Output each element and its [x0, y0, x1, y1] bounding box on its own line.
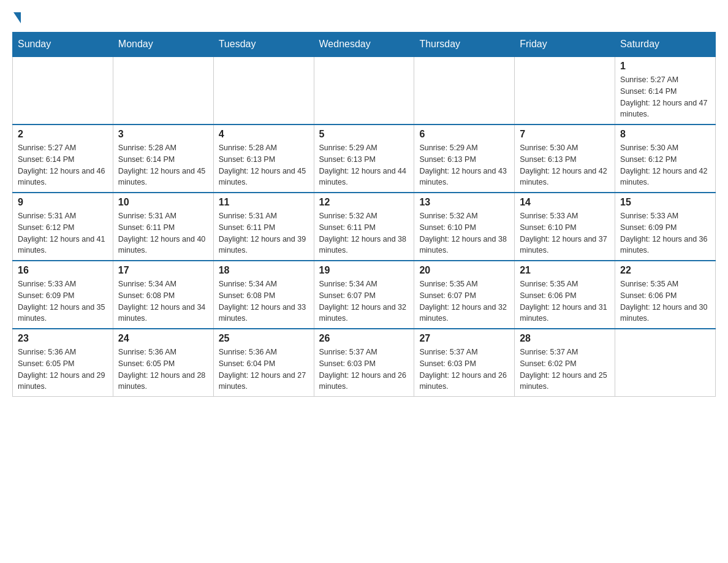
calendar-cell: 1Sunrise: 5:27 AMSunset: 6:14 PMDaylight… — [615, 56, 716, 124]
calendar-body: 1Sunrise: 5:27 AMSunset: 6:14 PMDaylight… — [13, 56, 716, 397]
calendar-cell — [13, 56, 113, 124]
weekday-header-saturday: Saturday — [615, 33, 716, 57]
day-number: 10 — [118, 197, 208, 208]
day-number: 5 — [319, 129, 409, 140]
calendar-cell: 24Sunrise: 5:36 AMSunset: 6:05 PMDayligh… — [113, 329, 213, 397]
day-number: 26 — [319, 333, 409, 344]
calendar-cell: 7Sunrise: 5:30 AMSunset: 6:13 PMDaylight… — [515, 124, 615, 193]
day-number: 9 — [18, 197, 108, 208]
calendar-cell: 14Sunrise: 5:33 AMSunset: 6:10 PMDayligh… — [515, 193, 615, 261]
page-header — [12, 12, 716, 22]
day-info: Sunrise: 5:30 AMSunset: 6:12 PMDaylight:… — [620, 142, 710, 188]
calendar-cell: 17Sunrise: 5:34 AMSunset: 6:08 PMDayligh… — [113, 261, 213, 329]
calendar-cell: 15Sunrise: 5:33 AMSunset: 6:09 PMDayligh… — [615, 193, 716, 261]
calendar-cell: 21Sunrise: 5:35 AMSunset: 6:06 PMDayligh… — [515, 261, 615, 329]
calendar-cell: 6Sunrise: 5:29 AMSunset: 6:13 PMDaylight… — [414, 124, 515, 193]
day-number: 8 — [620, 129, 710, 140]
day-info: Sunrise: 5:31 AMSunset: 6:12 PMDaylight:… — [18, 210, 108, 256]
calendar-cell: 8Sunrise: 5:30 AMSunset: 6:12 PMDaylight… — [615, 124, 716, 193]
day-info: Sunrise: 5:33 AMSunset: 6:10 PMDaylight:… — [520, 210, 610, 256]
calendar-cell: 10Sunrise: 5:31 AMSunset: 6:11 PMDayligh… — [113, 193, 213, 261]
logo-arrow-icon — [13, 12, 21, 23]
day-info: Sunrise: 5:34 AMSunset: 6:08 PMDaylight:… — [118, 278, 208, 324]
weekday-header-thursday: Thursday — [414, 33, 515, 57]
weekday-header-row: SundayMondayTuesdayWednesdayThursdayFrid… — [13, 33, 716, 57]
calendar-cell: 25Sunrise: 5:36 AMSunset: 6:04 PMDayligh… — [213, 329, 314, 397]
calendar-table: SundayMondayTuesdayWednesdayThursdayFrid… — [12, 32, 716, 397]
day-info: Sunrise: 5:37 AMSunset: 6:03 PMDaylight:… — [319, 347, 409, 393]
calendar-cell — [515, 56, 615, 124]
day-number: 6 — [419, 129, 509, 140]
day-info: Sunrise: 5:35 AMSunset: 6:06 PMDaylight:… — [520, 278, 610, 324]
day-number: 3 — [118, 129, 208, 140]
logo — [12, 12, 28, 22]
calendar-header: SundayMondayTuesdayWednesdayThursdayFrid… — [13, 33, 716, 57]
day-number: 12 — [319, 197, 409, 208]
day-number: 1 — [620, 61, 710, 72]
calendar-cell — [414, 56, 515, 124]
calendar-week-row: 9Sunrise: 5:31 AMSunset: 6:12 PMDaylight… — [13, 193, 716, 261]
weekday-header-sunday: Sunday — [13, 33, 113, 57]
day-info: Sunrise: 5:32 AMSunset: 6:10 PMDaylight:… — [419, 210, 509, 256]
day-info: Sunrise: 5:28 AMSunset: 6:13 PMDaylight:… — [219, 142, 309, 188]
calendar-cell: 19Sunrise: 5:34 AMSunset: 6:07 PMDayligh… — [314, 261, 414, 329]
day-info: Sunrise: 5:27 AMSunset: 6:14 PMDaylight:… — [620, 74, 710, 120]
day-number: 16 — [18, 265, 108, 276]
day-info: Sunrise: 5:36 AMSunset: 6:04 PMDaylight:… — [219, 347, 309, 393]
day-info: Sunrise: 5:33 AMSunset: 6:09 PMDaylight:… — [18, 278, 108, 324]
day-info: Sunrise: 5:31 AMSunset: 6:11 PMDaylight:… — [118, 210, 208, 256]
calendar-week-row: 23Sunrise: 5:36 AMSunset: 6:05 PMDayligh… — [13, 329, 716, 397]
day-number: 13 — [419, 197, 509, 208]
day-info: Sunrise: 5:36 AMSunset: 6:05 PMDaylight:… — [18, 347, 108, 393]
calendar-cell: 12Sunrise: 5:32 AMSunset: 6:11 PMDayligh… — [314, 193, 414, 261]
day-info: Sunrise: 5:35 AMSunset: 6:06 PMDaylight:… — [620, 278, 710, 324]
calendar-cell — [113, 56, 213, 124]
day-info: Sunrise: 5:29 AMSunset: 6:13 PMDaylight:… — [319, 142, 409, 188]
day-number: 23 — [18, 333, 108, 344]
day-number: 18 — [219, 265, 309, 276]
day-number: 17 — [118, 265, 208, 276]
day-number: 11 — [219, 197, 309, 208]
weekday-header-monday: Monday — [113, 33, 213, 57]
calendar-cell: 5Sunrise: 5:29 AMSunset: 6:13 PMDaylight… — [314, 124, 414, 193]
day-info: Sunrise: 5:28 AMSunset: 6:14 PMDaylight:… — [118, 142, 208, 188]
weekday-header-wednesday: Wednesday — [314, 33, 414, 57]
calendar-cell: 18Sunrise: 5:34 AMSunset: 6:08 PMDayligh… — [213, 261, 314, 329]
day-number: 15 — [620, 197, 710, 208]
day-number: 14 — [520, 197, 610, 208]
calendar-cell: 16Sunrise: 5:33 AMSunset: 6:09 PMDayligh… — [13, 261, 113, 329]
calendar-cell: 27Sunrise: 5:37 AMSunset: 6:03 PMDayligh… — [414, 329, 515, 397]
calendar-cell — [314, 56, 414, 124]
day-info: Sunrise: 5:36 AMSunset: 6:05 PMDaylight:… — [118, 347, 208, 393]
day-number: 27 — [419, 333, 509, 344]
calendar-cell: 13Sunrise: 5:32 AMSunset: 6:10 PMDayligh… — [414, 193, 515, 261]
calendar-cell: 4Sunrise: 5:28 AMSunset: 6:13 PMDaylight… — [213, 124, 314, 193]
day-number: 20 — [419, 265, 509, 276]
day-info: Sunrise: 5:30 AMSunset: 6:13 PMDaylight:… — [520, 142, 610, 188]
calendar-cell: 22Sunrise: 5:35 AMSunset: 6:06 PMDayligh… — [615, 261, 716, 329]
day-info: Sunrise: 5:32 AMSunset: 6:11 PMDaylight:… — [319, 210, 409, 256]
day-number: 4 — [219, 129, 309, 140]
day-number: 22 — [620, 265, 710, 276]
calendar-cell: 26Sunrise: 5:37 AMSunset: 6:03 PMDayligh… — [314, 329, 414, 397]
day-number: 24 — [118, 333, 208, 344]
day-info: Sunrise: 5:37 AMSunset: 6:03 PMDaylight:… — [419, 347, 509, 393]
calendar-cell — [615, 329, 716, 397]
calendar-cell: 3Sunrise: 5:28 AMSunset: 6:14 PMDaylight… — [113, 124, 213, 193]
day-number: 25 — [219, 333, 309, 344]
calendar-cell: 20Sunrise: 5:35 AMSunset: 6:07 PMDayligh… — [414, 261, 515, 329]
calendar-cell: 23Sunrise: 5:36 AMSunset: 6:05 PMDayligh… — [13, 329, 113, 397]
day-info: Sunrise: 5:31 AMSunset: 6:11 PMDaylight:… — [219, 210, 309, 256]
calendar-cell: 9Sunrise: 5:31 AMSunset: 6:12 PMDaylight… — [13, 193, 113, 261]
day-info: Sunrise: 5:34 AMSunset: 6:08 PMDaylight:… — [219, 278, 309, 324]
day-number: 2 — [18, 129, 108, 140]
day-info: Sunrise: 5:29 AMSunset: 6:13 PMDaylight:… — [419, 142, 509, 188]
day-info: Sunrise: 5:37 AMSunset: 6:02 PMDaylight:… — [520, 347, 610, 393]
calendar-week-row: 16Sunrise: 5:33 AMSunset: 6:09 PMDayligh… — [13, 261, 716, 329]
calendar-week-row: 1Sunrise: 5:27 AMSunset: 6:14 PMDaylight… — [13, 56, 716, 124]
weekday-header-tuesday: Tuesday — [213, 33, 314, 57]
day-info: Sunrise: 5:33 AMSunset: 6:09 PMDaylight:… — [620, 210, 710, 256]
day-number: 28 — [520, 333, 610, 344]
day-number: 21 — [520, 265, 610, 276]
day-info: Sunrise: 5:34 AMSunset: 6:07 PMDaylight:… — [319, 278, 409, 324]
